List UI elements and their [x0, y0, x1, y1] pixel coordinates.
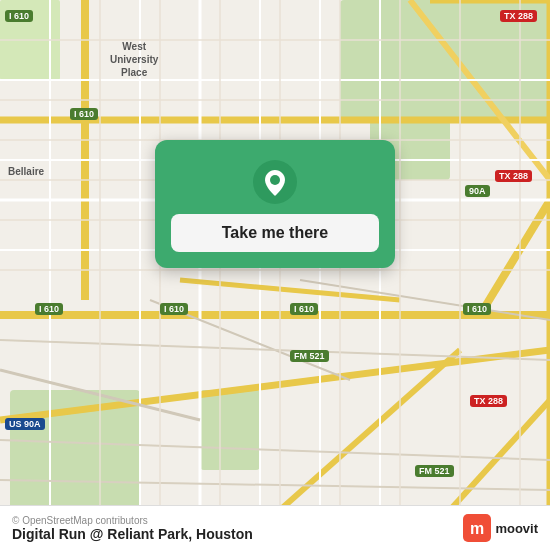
highway-label-i610-left: I 610 — [70, 108, 98, 120]
highway-label-fm521-mid: FM 521 — [290, 350, 329, 362]
bottom-bar: © OpenStreetMap contributors Digital Run… — [0, 505, 550, 550]
highway-label-i610-bottom-mid: I 610 — [160, 303, 188, 315]
place-label-west-university: WestUniversityPlace — [110, 40, 158, 79]
svg-rect-4 — [200, 390, 260, 470]
highway-label-i610-bottom-left: I 610 — [35, 303, 63, 315]
take-me-there-button[interactable]: Take me there — [171, 214, 379, 252]
bottom-left-info: © OpenStreetMap contributors Digital Run… — [12, 515, 253, 542]
highway-label-tx288-top: TX 288 — [500, 10, 537, 22]
svg-point-34 — [270, 175, 280, 185]
location-card: Take me there — [155, 140, 395, 268]
location-pin-icon — [253, 160, 297, 204]
map-container: I 610 I 610 I 610 I 610 I 610 I 610 TX 2… — [0, 0, 550, 550]
moovit-logo[interactable]: m moovit — [463, 514, 538, 542]
highway-label-us90a-bottom: US 90A — [5, 418, 45, 430]
place-label-bellaire: Bellaire — [8, 165, 44, 178]
osm-credit: © OpenStreetMap contributors — [12, 515, 253, 526]
highway-label-us90a-right: 90A — [465, 185, 490, 197]
moovit-logo-icon: m — [463, 514, 491, 542]
highway-label-fm521-bottom: FM 521 — [415, 465, 454, 477]
moovit-text-label: moovit — [495, 521, 538, 536]
location-title: Digital Run @ Reliant Park, Houston — [12, 526, 253, 542]
highway-label-i610-bottom-right: I 610 — [290, 303, 318, 315]
highway-label-i610-far-right: I 610 — [463, 303, 491, 315]
svg-text:m: m — [470, 520, 484, 537]
highway-label-i610-top: I 610 — [5, 10, 33, 22]
highway-label-tx288-mid: TX 288 — [495, 170, 532, 182]
highway-label-tx288-bottom: TX 288 — [470, 395, 507, 407]
